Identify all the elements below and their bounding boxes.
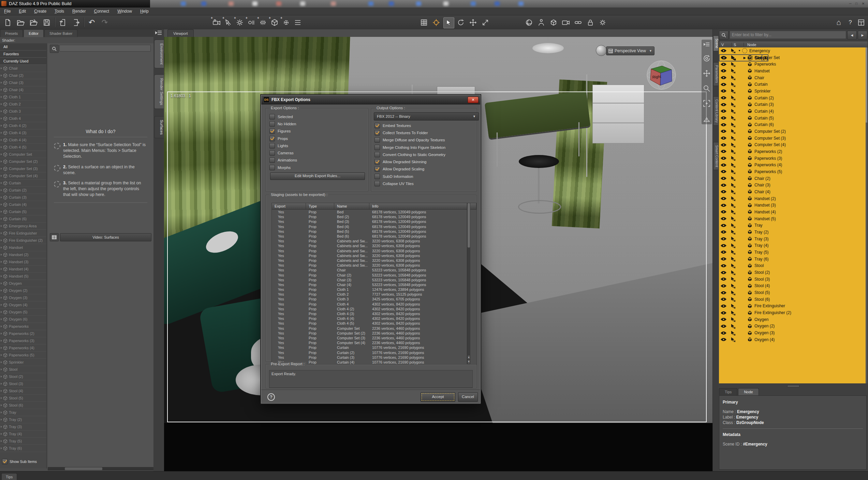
create-distant-light-icon[interactable]: + [246,17,256,28]
visibility-eye-icon[interactable] [719,62,728,66]
material-group-item[interactable]: Tray (3) [0,423,46,430]
material-group-item[interactable]: Paperworks (4) [0,344,46,352]
video-icon-button[interactable] [50,233,59,241]
menu-item[interactable]: Edit [15,8,30,15]
expand-arrow-icon[interactable] [1,297,2,299]
tab-viewport[interactable]: Viewport [167,29,194,37]
scene-node-row[interactable]: Handset (3) [719,202,866,209]
scene-node-row[interactable]: Chair [719,74,866,81]
visibility-eye-icon[interactable] [719,317,728,321]
expand-arrow-icon[interactable] [1,325,2,327]
selectability-cursor-icon[interactable] [728,216,738,221]
material-group-item[interactable]: Stool (3) [0,380,46,387]
expand-arrow-icon[interactable] [1,318,2,320]
expand-arrow-icon[interactable] [1,404,2,406]
material-group-item[interactable]: Sprinkler [0,359,46,366]
visibility-eye-icon[interactable] [719,277,728,281]
expand-arrow-icon[interactable] [1,376,2,378]
create-linear-light-icon[interactable]: + [258,17,268,28]
horizontal-scrollbar[interactable] [48,467,153,470]
material-group-item[interactable]: Cloth 4 [0,115,46,122]
scene-node-row[interactable]: Chair (2) [719,175,866,182]
staging-row[interactable]: Yes Prop Cabinets and Sw... 3220 vertice… [272,249,476,253]
selectability-cursor-icon[interactable] [728,250,738,255]
material-group-item[interactable]: Chair [0,65,46,72]
tab-node[interactable]: Node [738,388,759,396]
selectability-cursor-icon[interactable] [728,317,738,322]
material-group-item[interactable]: Handset (5) [0,273,46,280]
material-group-item[interactable]: Cloth 4 (2) [0,122,46,129]
material-group-item[interactable]: Oxygen (5) [0,309,46,316]
visibility-eye-icon[interactable] [719,257,728,261]
material-group-item[interactable]: Emergency Area [0,223,46,230]
expand-arrow-icon[interactable] [1,333,2,335]
view-cube-gizmo[interactable]: Right [644,57,678,93]
expand-arrow-icon[interactable] [1,275,2,277]
scene-node-row[interactable]: Computer Set (4) [719,141,866,148]
column-export[interactable]: Export [272,203,306,209]
expand-arrow-icon[interactable] [1,225,2,227]
pane-menu-icon[interactable] [155,30,162,36]
scene-node-row[interactable]: Paperworks [719,61,866,68]
material-group-item[interactable]: Cloth 1 [0,94,46,101]
new-file-icon[interactable] [3,17,13,28]
visibility-eye-icon[interactable] [719,156,728,160]
expand-arrow-icon[interactable] [1,117,2,119]
create-null-icon[interactable]: + [281,17,291,28]
selectability-cursor-icon[interactable] [728,149,738,154]
selectability-cursor-icon[interactable] [728,189,738,194]
surface-tool-icon[interactable] [524,17,534,28]
scene-filter-input[interactable] [730,31,846,39]
translate-tool-icon[interactable] [468,17,478,28]
dialog-help-button[interactable]: ? [266,392,276,401]
fbx-format-dropdown[interactable]: FBX 2012 -- Binary ▼ [374,112,479,121]
home-view-icon[interactable] [703,115,710,122]
expand-arrow-icon[interactable] [1,211,2,213]
viewport-menu-icon[interactable] [703,42,710,47]
staging-row[interactable]: Yes Prop Bed 68178 vertices, 120049 poly… [272,210,476,214]
scene-node-row[interactable]: Emergency [719,47,866,54]
visibility-eye-icon[interactable] [719,190,728,194]
column-name[interactable]: Name [334,203,369,209]
search-button[interactable] [50,45,59,53]
expand-arrow-icon[interactable] [1,397,2,399]
visibility-eye-icon[interactable] [719,338,728,341]
material-group-item[interactable]: Chair (4) [0,86,46,94]
scene-node-row[interactable]: Tray (6) [719,256,866,263]
pan-icon[interactable] [703,70,710,77]
expand-arrow-icon[interactable] [1,196,2,198]
expand-arrow-icon[interactable] [1,110,2,112]
scene-node-row[interactable]: Stool (2) [719,269,866,276]
visibility-eye-icon[interactable] [719,69,728,73]
staging-row[interactable]: Yes Prop Cloth 3 3425 vertices, 6705 pol… [272,297,476,301]
material-group-item[interactable]: Oxygen (2) [0,287,46,294]
checkbox[interactable] [374,145,380,150]
expand-arrow-icon[interactable] [1,160,2,163]
material-group-item[interactable]: Oxygen [0,280,46,287]
scene-node-row[interactable]: Oxygen [719,316,866,323]
selectability-cursor-icon[interactable] [728,122,738,127]
view-options-icon[interactable] [293,17,303,28]
expand-arrow-icon[interactable] [1,246,2,249]
expand-arrow-icon[interactable] [1,232,2,234]
tips-bottom-tab[interactable]: Tips [1,473,17,480]
scrollbar-thumb[interactable] [866,47,867,123]
scale-tool-icon[interactable] [480,17,490,28]
pane-splitter[interactable] [719,384,867,387]
staging-row[interactable]: Yes Prop Cloth 4 (3) 4302 vertices, 8420… [272,311,476,316]
accept-button[interactable]: Accept [421,392,455,402]
dialog-title-bar[interactable]: DS FBX Export Options ✕ [261,95,480,104]
scene-node-row[interactable]: Stool (4) [719,283,866,290]
material-group-item[interactable]: Computer Set (3) [0,165,46,172]
column-type[interactable]: Type [306,203,334,209]
visibility-eye-icon[interactable] [719,150,728,153]
frame-icon[interactable] [703,100,710,107]
scene-node-row[interactable]: Tray (4) [719,242,866,249]
expand-arrow-icon[interactable] [1,383,2,385]
tab-render-settings[interactable]: Render Settings [154,74,164,109]
checkbox[interactable] [374,166,380,172]
visibility-eye-icon[interactable] [719,183,728,187]
selectability-cursor-icon[interactable] [728,109,738,114]
material-group-item[interactable]: Curtain (4) [0,201,46,208]
staging-row[interactable]: Yes Prop Computer Set (3) 2236 vertices,… [272,336,476,340]
